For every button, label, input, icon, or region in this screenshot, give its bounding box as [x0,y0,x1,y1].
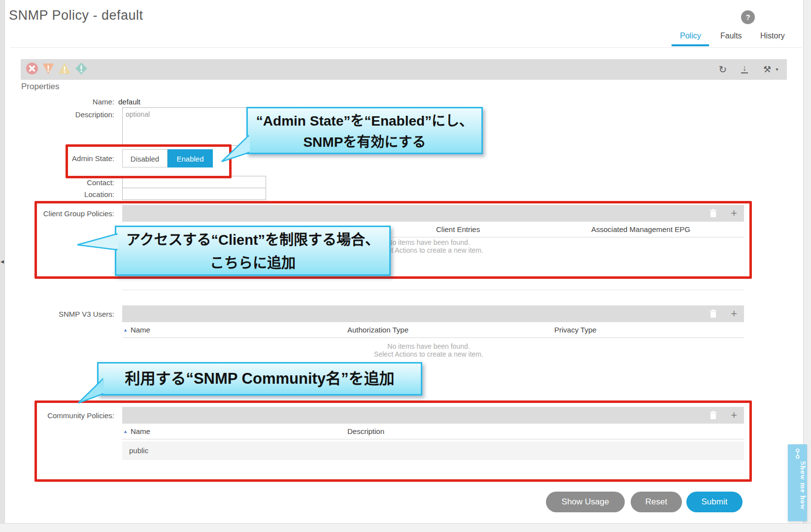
major-fault-icon[interactable] [42,62,55,75]
callout-tail [220,134,250,164]
tabs-divider [10,47,802,48]
critical-fault-icon[interactable] [26,62,38,75]
tab-faults[interactable]: Faults [720,32,742,40]
admin-state-callout: “Admin State”を“Enabled”にし、 SNMPを有効にする [246,107,483,154]
client-group-callout: アクセスする“Client”を制限する場合、 こちらに追加 [115,226,391,276]
collapse-pane-icon[interactable]: ◀ [0,255,4,268]
name-label: Name: [4,98,114,106]
empty-table-message: No items have been found. [305,342,552,350]
guided-steps-icon [794,448,802,459]
community-policies-label: Community Policies: [4,411,114,420]
add-icon[interactable]: + [731,205,737,222]
submit-button[interactable]: Submit [686,492,743,512]
show-me-how-label: Show me how [788,461,807,519]
callout-tail [77,377,104,405]
download-icon[interactable]: ↓ [740,59,749,80]
column-header-description[interactable]: Description [347,427,384,435]
sort-asc-icon: ▲ [123,328,128,332]
callout-tail [76,231,118,253]
contact-field[interactable] [122,176,266,188]
community-name-cell: public [129,441,148,460]
empty-table-hint: Select Actions to create a new item. [305,350,552,358]
add-icon[interactable]: + [731,305,737,322]
location-field[interactable] [122,188,266,200]
warning-fault-icon[interactable] [75,62,88,75]
column-header-associated-epg[interactable]: Associated Management EPG [591,225,690,233]
contact-label: Contact: [4,178,114,187]
snmp-v3-users-label: SNMP V3 Users: [4,310,114,318]
properties-heading: Properties [21,82,59,92]
table-divider [122,439,744,439]
description-label: Description: [4,110,114,119]
table-divider [122,337,744,338]
admin-state-enabled-button[interactable]: Enabled [168,149,213,167]
show-usage-button[interactable]: Show Usage [546,492,625,512]
snmp-policy-page: ◀ SNMP Policy - default ? Policy Faults … [0,0,811,532]
show-me-how-tab[interactable]: Show me how [788,444,807,521]
page-title: SNMP Policy - default [9,8,143,23]
column-header-authorization-type[interactable]: Authorization Type [347,326,408,334]
community-callout: 利用する“SNMP Community名”を追加 [97,362,422,396]
admin-state-disabled-button[interactable]: Disabled [122,149,168,167]
tab-policy[interactable]: Policy [680,32,701,40]
column-header-privacy-type[interactable]: Privacy Type [554,326,597,334]
delete-icon[interactable] [709,309,717,318]
admin-state-toggle: Disabled Enabled [122,149,213,167]
fault-toolbar: ↻ ↓ ⚒ ▾ [21,59,787,80]
help-icon[interactable]: ? [741,10,755,24]
client-group-policies-label: Client Group Policies: [4,209,114,218]
column-header-client-entries[interactable]: Client Entries [436,225,480,233]
client-group-policies-toolbar: + [122,205,744,222]
name-value: default [118,98,140,106]
refresh-icon[interactable]: ↻ [717,59,729,80]
tools-icon[interactable]: ⚒ [761,59,774,80]
community-policies-toolbar: + [122,407,744,424]
reset-button[interactable]: Reset [631,492,682,512]
admin-state-label: Admin State: [4,154,114,163]
delete-icon[interactable] [709,411,717,420]
add-icon[interactable]: + [731,407,737,424]
snmp-v3-users-toolbar: + [122,305,744,322]
delete-icon[interactable] [709,209,717,218]
bottom-status-strip [0,523,811,532]
location-label: Location: [4,190,114,199]
tab-history[interactable]: History [760,32,785,40]
column-header-name[interactable]: ▲Name [123,427,150,435]
tools-dropdown-icon[interactable]: ▾ [774,59,780,80]
column-header-name[interactable]: ▲Name [123,326,150,334]
minor-fault-icon[interactable] [58,62,71,75]
table-row[interactable]: public [122,441,744,460]
sort-asc-icon: ▲ [123,429,128,434]
active-tab-underline [672,44,709,46]
section-divider [122,290,744,290]
